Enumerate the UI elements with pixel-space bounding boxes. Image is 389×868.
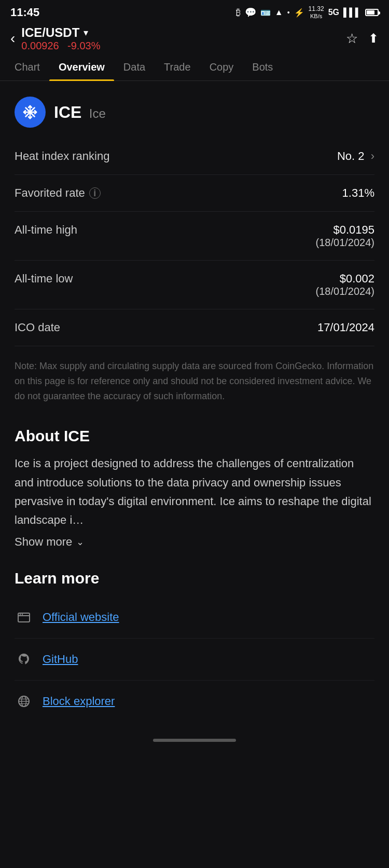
coin-logo-svg xyxy=(21,103,39,121)
show-more-chevron-icon: ⌄ xyxy=(76,536,84,548)
back-button[interactable]: ‹ xyxy=(10,31,15,46)
show-more-button[interactable]: Show more ⌄ xyxy=(15,535,374,549)
svg-point-16 xyxy=(22,614,23,615)
home-indicator xyxy=(0,733,389,746)
price-change: -9.03% xyxy=(67,40,100,51)
learn-more-section: Learn more Official website GitHub xyxy=(15,549,374,722)
tab-chart[interactable]: Chart xyxy=(5,54,49,80)
status-icons: ₿ 💬 🪪 ▲ • ⚡ 11.32 KB/s 5G ▌▌▌ xyxy=(236,6,379,19)
signal-bars-icon: ▌▌▌ xyxy=(343,8,361,17)
stat-atl-value: $0.002 (18/01/2024) xyxy=(316,272,374,297)
chevron-icon: › xyxy=(371,150,374,162)
stat-heat-value[interactable]: No. 2 › xyxy=(337,150,374,163)
about-title: About ICE xyxy=(15,412,374,454)
stat-ath-date: (18/01/2024) xyxy=(316,237,374,249)
header-title-block: ICE/USDT ▾ 0.00926 -9.03% xyxy=(21,25,100,52)
stat-favorited-value: 1.31% xyxy=(342,186,374,200)
stat-heat-label: Heat index ranking xyxy=(15,150,109,163)
stat-ath-value: $0.0195 (18/01/2024) xyxy=(316,223,374,249)
header-left: ‹ ICE/USDT ▾ 0.00926 -9.03% xyxy=(10,25,100,52)
home-bar xyxy=(153,739,236,742)
header-actions: ☆ ⬆ xyxy=(346,31,379,47)
header-title-row: ICE/USDT ▾ xyxy=(21,25,100,40)
chat-icon: 💬 xyxy=(245,7,256,18)
github-label: GitHub xyxy=(43,653,78,666)
tab-bots[interactable]: Bots xyxy=(243,54,282,80)
bluetooth-icon: ⚡ xyxy=(294,8,304,18)
stat-atl: All-time low $0.002 (18/01/2024) xyxy=(15,261,374,309)
coin-fullname: Ice xyxy=(89,106,106,120)
block-explorer-label: Block explorer xyxy=(43,695,115,708)
official-website-label: Official website xyxy=(43,611,119,624)
network-info: 11.32 KB/s xyxy=(309,6,324,19)
favorite-icon[interactable]: ☆ xyxy=(346,31,358,47)
header-price-row: 0.00926 -9.03% xyxy=(21,40,100,52)
coin-logo xyxy=(15,97,46,128)
stat-ath-label: All-time high xyxy=(15,223,77,237)
svg-point-15 xyxy=(20,614,21,615)
globe-icon xyxy=(15,692,33,711)
tab-trade[interactable]: Trade xyxy=(155,54,200,80)
info-icon[interactable]: i xyxy=(89,187,101,199)
battery-icon xyxy=(365,9,379,16)
dot-icon: • xyxy=(287,8,290,17)
id-icon: 🪪 xyxy=(260,8,271,18)
about-section: About ICE Ice is a project designed to a… xyxy=(15,412,374,548)
tab-bar: Chart Overview Data Trade Copy Bots xyxy=(0,54,389,81)
tab-data[interactable]: Data xyxy=(114,54,155,80)
nav-icon: ▲ xyxy=(275,8,283,17)
stat-favorited-label: Favorited rate i xyxy=(15,186,101,200)
share-icon[interactable]: ⬆ xyxy=(368,31,379,46)
learn-more-title: Learn more xyxy=(15,554,374,596)
current-price: 0.00926 xyxy=(21,40,59,51)
about-text: Ice is a project designed to address the… xyxy=(15,454,374,530)
stat-ico-label: ICO date xyxy=(15,321,60,334)
coin-name-block: ICE Ice xyxy=(54,103,106,122)
block-explorer-link[interactable]: Block explorer xyxy=(15,681,374,722)
stat-atl-label: All-time low xyxy=(15,272,73,286)
stat-heat-index: Heat index ranking No. 2 › xyxy=(15,138,374,175)
stat-favorited: Favorited rate i 1.31% xyxy=(15,175,374,212)
stat-ico: ICO date 17/01/2024 xyxy=(15,309,374,346)
btc-icon: ₿ xyxy=(236,7,241,18)
stat-ico-value: 17/01/2024 xyxy=(317,321,374,334)
status-bar: 11:45 ₿ 💬 🪪 ▲ • ⚡ 11.32 KB/s 5G ▌▌▌ xyxy=(0,0,389,23)
stat-atl-date: (18/01/2024) xyxy=(316,286,374,297)
tab-overview[interactable]: Overview xyxy=(49,54,114,80)
main-content: ICE Ice Heat index ranking No. 2 › Favor… xyxy=(0,81,389,722)
tab-copy[interactable]: Copy xyxy=(200,54,243,80)
status-time: 11:45 xyxy=(10,6,39,19)
official-website-link[interactable]: Official website xyxy=(15,596,374,639)
show-more-label: Show more xyxy=(15,535,72,549)
pair-title: ICE/USDT xyxy=(21,25,79,40)
dropdown-icon[interactable]: ▾ xyxy=(84,27,88,38)
coin-header: ICE Ice xyxy=(15,81,374,138)
header: ‹ ICE/USDT ▾ 0.00926 -9.03% ☆ ⬆ xyxy=(0,23,389,54)
network-type: 5G xyxy=(328,8,339,17)
stat-ath: All-time high $0.0195 (18/01/2024) xyxy=(15,212,374,261)
window-icon xyxy=(15,608,33,627)
coin-ticker: ICE xyxy=(54,103,81,121)
github-link[interactable]: GitHub xyxy=(15,639,374,681)
github-icon xyxy=(15,650,33,669)
disclaimer-note: Note: Max supply and circulating supply … xyxy=(15,346,374,412)
